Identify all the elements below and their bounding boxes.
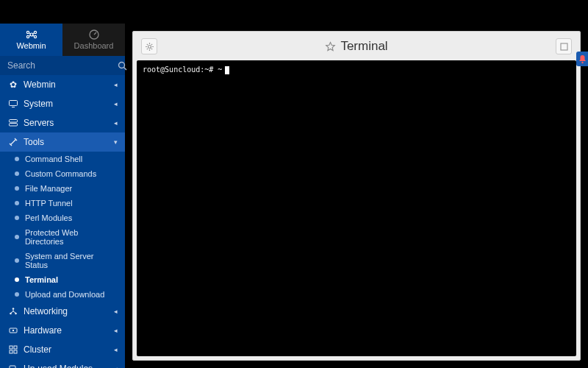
sub-label: Protected Web Directories: [25, 228, 118, 246]
sub-label: Custom Commands: [25, 169, 96, 178]
svg-line-31: [146, 43, 147, 44]
sub-http-tunnel[interactable]: HTTP Tunnel: [4, 196, 125, 210]
svg-rect-35: [561, 43, 567, 50]
chevron-left-icon: ◂: [114, 308, 118, 315]
nav-servers[interactable]: Servers ◂: [0, 113, 125, 132]
nav-hardware-label: Hardware: [24, 325, 114, 336]
svg-point-3: [26, 35, 29, 38]
tools-icon: [7, 138, 19, 146]
svg-point-4: [34, 35, 36, 38]
gear-icon: [145, 42, 154, 52]
network-icon: [7, 307, 19, 316]
expand-button[interactable]: [556, 38, 572, 54]
sub-label: Upload and Download: [25, 290, 104, 299]
cluster-icon: [7, 345, 19, 354]
sub-upload-download[interactable]: Upload and Download: [4, 287, 125, 302]
sub-protected-web[interactable]: Protected Web Directories: [4, 225, 125, 249]
nav-unused[interactable]: Un-used Modules ◂: [0, 359, 125, 368]
search-input[interactable]: [7, 60, 118, 71]
nav-cluster-label: Cluster: [24, 344, 114, 355]
bullet-icon: [15, 258, 19, 263]
tab-dashboard-label: Dashboard: [74, 41, 114, 50]
svg-point-36: [581, 61, 583, 63]
svg-line-10: [94, 32, 96, 35]
sub-terminal[interactable]: Terminal: [4, 272, 125, 287]
tools-submenu: Command Shell Custom Commands File Manag…: [0, 152, 125, 302]
bullet-icon: [15, 216, 19, 220]
cursor-icon: [225, 66, 229, 74]
svg-line-33: [146, 48, 147, 49]
nav-cluster[interactable]: Cluster ◂: [0, 340, 125, 359]
nav-tools-label: Tools: [24, 137, 114, 147]
panel-header: Terminal: [137, 35, 576, 60]
svg-point-2: [34, 31, 36, 33]
webmin-icon: [26, 29, 37, 40]
nav-servers-label: Servers: [24, 118, 114, 128]
bullet-icon: [15, 292, 19, 297]
sidebar-tabs: Webmin Dashboard: [0, 24, 125, 56]
star-icon[interactable]: [325, 41, 336, 52]
sub-label: Perl Modules: [25, 213, 72, 222]
bullet-icon: [15, 186, 19, 191]
bullet-icon: [15, 157, 19, 161]
nav-unused-label: Un-used Modules: [24, 364, 114, 368]
nav-webmin[interactable]: ✿ Webmin ◂: [0, 75, 125, 94]
dashboard-icon: [89, 29, 99, 40]
svg-rect-15: [10, 120, 18, 123]
thumbsdown-icon: [7, 364, 19, 368]
main: Terminal root@Suncloud:~# ~: [125, 24, 588, 368]
search-row: [0, 56, 125, 75]
svg-line-34: [151, 43, 151, 44]
terminal-prompt: root@Suncloud:~# ~: [143, 65, 222, 75]
nav-system[interactable]: System ◂: [0, 94, 125, 113]
sub-label: Terminal: [25, 275, 58, 284]
svg-rect-24: [10, 350, 12, 353]
hardware-icon: [7, 327, 19, 334]
svg-point-21: [12, 330, 14, 331]
bullet-icon: [15, 235, 19, 239]
chevron-left-icon: ◂: [114, 100, 118, 107]
chevron-left-icon: ◂: [114, 365, 118, 368]
sub-custom-commands[interactable]: Custom Commands: [4, 166, 125, 181]
svg-rect-25: [14, 350, 17, 353]
sub-system-status[interactable]: System and Server Status: [4, 249, 125, 272]
svg-line-32: [151, 48, 151, 49]
bullet-icon: [15, 201, 19, 205]
nav-networking[interactable]: Networking ◂: [0, 302, 125, 321]
chevron-down-icon: ▾: [114, 138, 118, 146]
tab-dashboard[interactable]: Dashboard: [62, 24, 125, 56]
sub-command-shell[interactable]: Command Shell: [4, 152, 125, 166]
notifications-toggle[interactable]: [576, 52, 588, 66]
nav-tools[interactable]: Tools ▾: [0, 132, 125, 152]
sidebar: Webmin Dashboard ✿ Webmin ◂: [0, 24, 125, 368]
chevron-left-icon: ◂: [114, 346, 118, 353]
tab-webmin-label: Webmin: [16, 41, 46, 50]
bullet-icon: [15, 277, 19, 282]
sub-label: HTTP Tunnel: [25, 199, 73, 208]
svg-rect-16: [10, 124, 18, 127]
bell-icon: [578, 54, 587, 64]
monitor-icon: [7, 100, 19, 107]
sub-file-manager[interactable]: File Manager: [4, 181, 125, 196]
svg-rect-22: [10, 346, 12, 349]
panel-title: Terminal: [340, 39, 387, 54]
nav-system-label: System: [24, 99, 114, 109]
settings-button[interactable]: [141, 38, 157, 54]
chevron-left-icon: ◂: [114, 81, 118, 88]
bullet-icon: [15, 171, 19, 176]
nav-hardware[interactable]: Hardware ◂: [0, 321, 125, 340]
expand-icon: [560, 43, 568, 51]
sub-label: File Manager: [25, 184, 72, 193]
svg-point-1: [26, 31, 29, 33]
nav-webmin-label: Webmin: [24, 79, 114, 90]
svg-point-17: [12, 308, 15, 310]
gear-icon: ✿: [7, 79, 19, 90]
svg-rect-23: [14, 346, 17, 349]
sub-perl-modules[interactable]: Perl Modules: [4, 210, 125, 225]
nav-networking-label: Networking: [24, 306, 114, 316]
terminal-output[interactable]: root@Suncloud:~# ~: [137, 60, 576, 356]
tab-webmin[interactable]: Webmin: [0, 24, 62, 56]
servers-icon: [7, 119, 19, 127]
chevron-left-icon: ◂: [114, 119, 118, 127]
chevron-left-icon: ◂: [114, 327, 118, 334]
